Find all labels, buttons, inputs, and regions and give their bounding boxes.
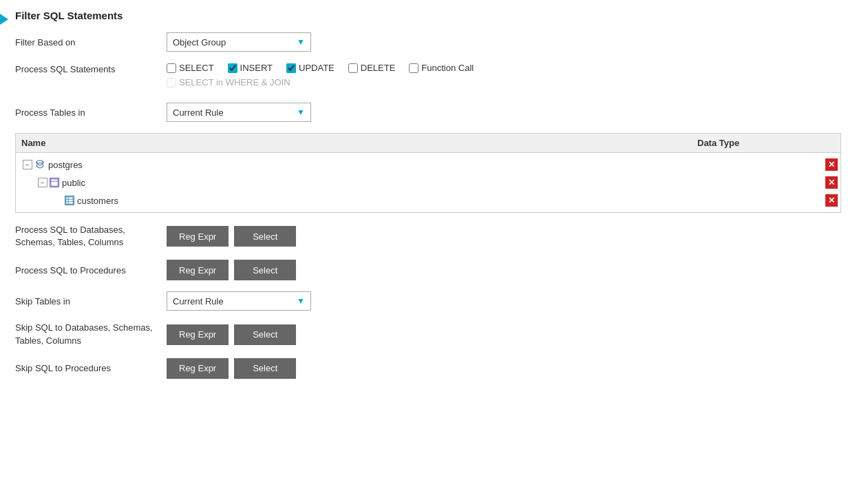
skip-tables-in-dropdown[interactable]: Current Rule ▼ bbox=[167, 291, 311, 311]
process-sql-databases-buttons: Reg Expr Select bbox=[167, 226, 296, 247]
skip-sql-databases-regexpr-button[interactable]: Reg Expr bbox=[167, 324, 229, 345]
row-content-postgres: − postgres bbox=[19, 159, 825, 170]
checkboxes-row-1: SELECT INSERT UPDATE DELETE bbox=[167, 63, 474, 73]
process-tables-in-row: Process Tables in Current Rule ▼ bbox=[15, 103, 861, 122]
row-content-public: − public bbox=[34, 178, 825, 188]
process-sql-databases-regexpr-button[interactable]: Reg Expr bbox=[167, 226, 229, 247]
filter-based-on-row: Filter Based on Object Group ▼ bbox=[15, 32, 861, 52]
process-sql-procedures-buttons: Reg Expr Select bbox=[167, 260, 296, 280]
skip-sql-procedures-label: Skip SQL to Procedures bbox=[15, 363, 167, 373]
process-tables-in-dropdown[interactable]: Current Rule ▼ bbox=[167, 103, 311, 122]
table-row: − postgres ✕ bbox=[16, 156, 840, 174]
process-tables-in-arrow: ▼ bbox=[297, 107, 305, 117]
row-actions-public: ✕ bbox=[825, 176, 840, 189]
skip-sql-procedures-select-button[interactable]: Select bbox=[234, 358, 296, 379]
tree-table-header: Name Data Type bbox=[16, 134, 840, 153]
select-checkbox[interactable] bbox=[167, 63, 176, 73]
col-name-header: Name bbox=[21, 138, 697, 148]
delete-public-button[interactable]: ✕ bbox=[825, 176, 838, 189]
update-checkbox[interactable] bbox=[286, 63, 296, 73]
skip-sql-procedures-regexpr-button[interactable]: Reg Expr bbox=[167, 358, 229, 379]
skip-sql-procedures-row: Skip SQL to Procedures Reg Expr Select bbox=[15, 358, 861, 379]
table-icon bbox=[65, 196, 74, 205]
row-content-customers: customers bbox=[49, 196, 825, 206]
insert-label: INSERT bbox=[240, 63, 273, 73]
filter-based-on-value: Object Group bbox=[173, 37, 226, 48]
process-sql-procedures-select-button[interactable]: Select bbox=[234, 260, 296, 280]
skip-sql-procedures-buttons: Reg Expr Select bbox=[167, 358, 296, 379]
skip-tables-in-row: Skip Tables in Current Rule ▼ bbox=[15, 291, 861, 311]
expand-btn-public[interactable]: − bbox=[38, 178, 47, 187]
delete-postgres-button[interactable]: ✕ bbox=[825, 158, 838, 171]
process-tables-in-label: Process Tables in bbox=[15, 107, 167, 118]
process-sql-procedures-row: Process SQL to Procedures Reg Expr Selec… bbox=[15, 260, 861, 280]
update-label: UPDATE bbox=[299, 63, 335, 73]
section-indicator bbox=[0, 14, 8, 25]
page-wrapper: Filter SQL Statements Filter Based on Ob… bbox=[0, 0, 868, 498]
delete-label: DELETE bbox=[361, 63, 396, 73]
table-row: − public ✕ bbox=[16, 174, 840, 191]
select-label: SELECT bbox=[179, 63, 214, 73]
public-label: public bbox=[62, 178, 85, 188]
skip-tables-in-value: Current Rule bbox=[173, 296, 224, 307]
checkbox-insert: INSERT bbox=[228, 63, 273, 73]
col-datatype-header: Data Type bbox=[697, 138, 835, 148]
skip-tables-in-label: Skip Tables in bbox=[15, 296, 167, 307]
process-sql-row: Process SQL Statements SELECT INSERT UPD… bbox=[15, 63, 861, 92]
insert-checkbox[interactable] bbox=[228, 63, 237, 73]
process-sql-databases-row: Process SQL to Databases,Schemas, Tables… bbox=[15, 224, 861, 249]
checkbox-select-where: SELECT in WHERE & JOIN bbox=[167, 77, 290, 87]
skip-sql-databases-buttons: Reg Expr Select bbox=[167, 324, 296, 345]
function-label: Function Call bbox=[421, 63, 474, 73]
process-sql-databases-select-button[interactable]: Select bbox=[234, 226, 296, 247]
process-sql-databases-label: Process SQL to Databases,Schemas, Tables… bbox=[15, 224, 167, 249]
process-sql-procedures-regexpr-button[interactable]: Reg Expr bbox=[167, 260, 229, 280]
checkbox-delete: DELETE bbox=[348, 63, 396, 73]
svg-rect-3 bbox=[66, 197, 73, 204]
filter-based-on-dropdown[interactable]: Object Group ▼ bbox=[167, 32, 311, 52]
section-title: Filter SQL Statements bbox=[15, 10, 861, 21]
skip-tables-in-arrow: ▼ bbox=[297, 296, 305, 306]
checkboxes-row-2: SELECT in WHERE & JOIN bbox=[167, 77, 474, 87]
postgres-label: postgres bbox=[48, 160, 83, 170]
process-sql-label: Process SQL Statements bbox=[15, 63, 167, 74]
main-content: Filter SQL Statements Filter Based on Ob… bbox=[12, 7, 868, 491]
svg-point-0 bbox=[36, 160, 43, 163]
process-tables-in-value: Current Rule bbox=[173, 107, 224, 118]
delete-checkbox[interactable] bbox=[348, 63, 358, 73]
skip-sql-databases-select-button[interactable]: Select bbox=[234, 324, 296, 345]
schema-icon bbox=[50, 178, 59, 187]
function-checkbox[interactable] bbox=[409, 63, 419, 73]
process-sql-procedures-label: Process SQL to Procedures bbox=[15, 265, 167, 276]
skip-sql-databases-row: Skip SQL to Databases, Schemas,Tables, C… bbox=[15, 322, 861, 346]
checkbox-function: Function Call bbox=[409, 63, 474, 73]
skip-sql-databases-label: Skip SQL to Databases, Schemas,Tables, C… bbox=[15, 322, 167, 346]
select-where-label: SELECT in WHERE & JOIN bbox=[179, 77, 290, 87]
filter-based-on-arrow: ▼ bbox=[297, 37, 305, 47]
tree-table-body: − postgres ✕ bbox=[16, 153, 840, 212]
row-actions-customers: ✕ bbox=[825, 194, 840, 207]
process-sql-checkboxes: SELECT INSERT UPDATE DELETE bbox=[167, 63, 474, 92]
customers-label: customers bbox=[77, 196, 118, 206]
checkbox-select: SELECT bbox=[167, 63, 214, 73]
filter-based-on-label: Filter Based on bbox=[15, 37, 167, 48]
tree-table: Name Data Type − p bbox=[15, 133, 841, 213]
delete-customers-button[interactable]: ✕ bbox=[825, 194, 838, 207]
svg-rect-1 bbox=[51, 179, 58, 186]
row-actions-postgres: ✕ bbox=[825, 158, 840, 171]
select-where-checkbox[interactable] bbox=[167, 78, 176, 87]
checkbox-update: UPDATE bbox=[286, 63, 335, 73]
expand-btn-postgres[interactable]: − bbox=[23, 160, 32, 169]
table-row: customers ✕ bbox=[16, 191, 840, 209]
db-icon bbox=[34, 159, 45, 170]
